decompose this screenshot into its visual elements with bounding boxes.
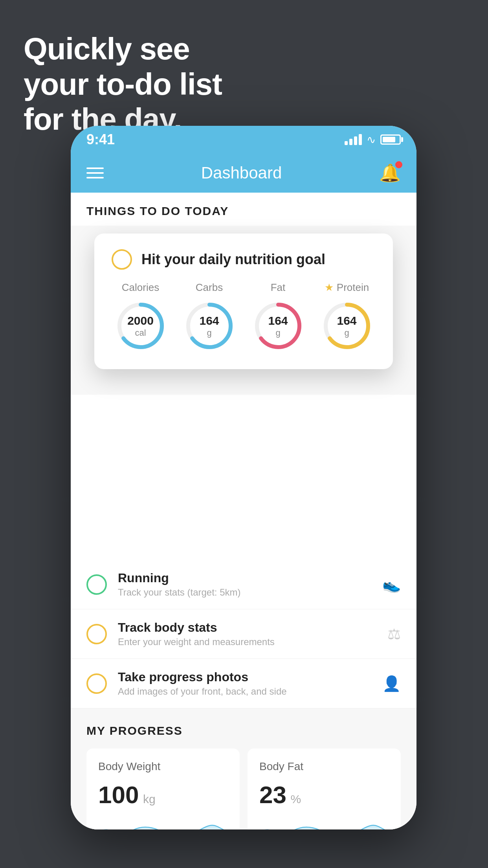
nav-title: Dashboard <box>201 164 282 182</box>
todo-item[interactable]: Track body stats Enter your weight and m… <box>71 609 416 659</box>
nutrition-item: Fat 164 g <box>251 281 306 353</box>
nutrition-card-title: Hit your daily nutrition goal <box>141 251 325 268</box>
progress-card[interactable]: Body Weight 100 kg <box>86 748 240 829</box>
donut-value: 2000 cal <box>127 314 154 338</box>
star-icon: ★ <box>325 281 334 294</box>
todo-radio[interactable] <box>86 673 107 694</box>
signal-icon <box>345 134 362 145</box>
progress-card-value: 100 kg <box>98 781 228 809</box>
shoe-icon: 👟 <box>382 576 401 593</box>
status-time: 9:41 <box>86 131 115 148</box>
donut-value: 164 g <box>268 314 288 338</box>
todo-text: Track body stats Enter your weight and m… <box>118 620 376 647</box>
donut-chart: 2000 cal <box>113 298 168 353</box>
person-icon: 👤 <box>382 675 401 692</box>
todo-text: Running Track your stats (target: 5km) <box>118 571 371 598</box>
phone-mockup: 9:41 ∿ Dashboard 🔔 <box>71 126 416 829</box>
things-section-header: THINGS TO DO TODAY <box>71 193 416 226</box>
progress-card-title: Body Fat <box>259 760 389 773</box>
todo-item-title: Track body stats <box>118 620 376 635</box>
todo-list: Running Track your stats (target: 5km) 👟… <box>71 395 416 708</box>
progress-card-value: 23 % <box>259 781 389 809</box>
nutrition-label: Calories <box>122 281 159 294</box>
nutrition-label: Carbs <box>196 281 223 294</box>
todo-text: Take progress photos Add images of your … <box>118 670 371 697</box>
headline-line1: Quickly see <box>24 31 222 67</box>
todo-item-title: Take progress photos <box>118 670 371 684</box>
wave-chart <box>259 817 389 829</box>
headline-line2: your to-do list <box>24 67 222 102</box>
donut-value: 164 g <box>337 314 356 338</box>
hamburger-line <box>86 172 104 174</box>
todo-radio[interactable] <box>86 574 107 595</box>
menu-button[interactable] <box>86 167 104 178</box>
status-icons: ∿ <box>345 133 401 146</box>
todo-item[interactable]: Take progress photos Add images of your … <box>71 659 416 708</box>
scale-icon: ⚖ <box>387 625 401 643</box>
status-bar: 9:41 ∿ <box>71 126 416 153</box>
nutrition-label: Fat <box>271 281 286 294</box>
donut-chart: 164 g <box>251 298 306 353</box>
nutrition-label: ★Protein <box>325 281 369 294</box>
todo-spacer <box>71 395 416 560</box>
progress-card[interactable]: Body Fat 23 % <box>248 748 401 829</box>
hamburger-line <box>86 177 104 178</box>
nutrition-item: Calories 2000 cal <box>113 281 168 353</box>
donut-chart: 164 g <box>182 298 237 353</box>
nutrition-item: ★Protein 164 g <box>319 281 374 353</box>
nutrition-radio[interactable] <box>112 249 132 270</box>
notification-dot <box>395 161 402 168</box>
nutrition-item: Carbs 164 g <box>182 281 237 353</box>
todo-item-subtitle: Add images of your front, back, and side <box>118 686 371 697</box>
todo-item-subtitle: Track your stats (target: 5km) <box>118 587 371 598</box>
nav-bar: Dashboard 🔔 <box>71 153 416 193</box>
content-area: THINGS TO DO TODAY Hit your daily nutrit… <box>71 193 416 829</box>
todo-item-subtitle: Enter your weight and measurements <box>118 636 376 647</box>
battery-icon <box>380 134 401 145</box>
wave-chart <box>98 817 228 829</box>
todo-item-title: Running <box>118 571 371 585</box>
donut-chart: 164 g <box>319 298 374 353</box>
todo-item[interactable]: Running Track your stats (target: 5km) 👟 <box>71 560 416 609</box>
notifications-button[interactable]: 🔔 <box>379 163 401 183</box>
progress-section-title: MY PROGRESS <box>86 724 401 737</box>
progress-section: MY PROGRESS Body Weight 100 kg Body Fat <box>71 708 416 829</box>
donut-value: 164 g <box>199 314 219 338</box>
todo-radio[interactable] <box>86 624 107 644</box>
progress-cards: Body Weight 100 kg Body Fat 23 % <box>86 748 401 829</box>
progress-card-title: Body Weight <box>98 760 228 773</box>
wifi-icon: ∿ <box>367 133 376 146</box>
things-section-title: THINGS TO DO TODAY <box>86 204 229 217</box>
nutrition-grid: Calories 2000 cal Carbs 164 g Fat 164 g … <box>112 281 376 353</box>
nutrition-card: Hit your daily nutrition goal Calories 2… <box>94 234 393 369</box>
hamburger-line <box>86 167 104 169</box>
headline: Quickly see your to-do list for the day. <box>24 31 222 137</box>
nutrition-card-header: Hit your daily nutrition goal <box>112 249 376 270</box>
